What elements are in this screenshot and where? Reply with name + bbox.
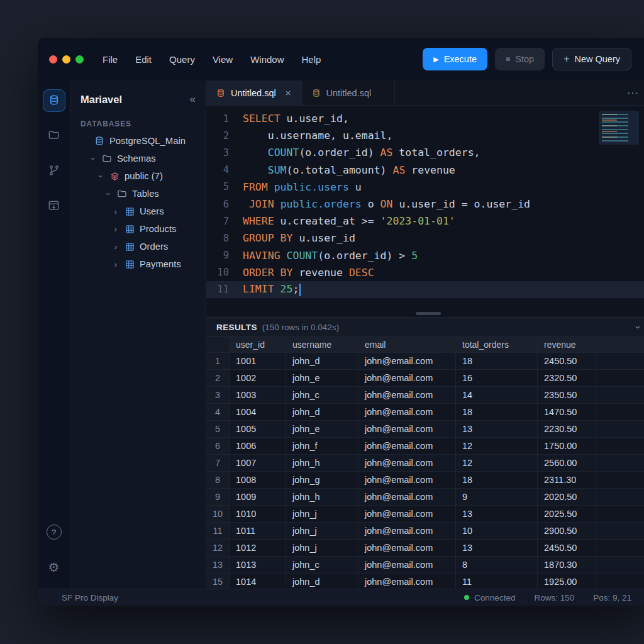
table-cell[interactable]: john_h bbox=[286, 455, 358, 471]
row-number-cell[interactable]: 4 bbox=[206, 404, 230, 420]
chevron-right-icon[interactable]: › bbox=[112, 207, 119, 216]
menu-item-view[interactable]: View bbox=[213, 54, 233, 65]
chevron-right-icon[interactable]: › bbox=[112, 242, 119, 252]
chevron-down-icon[interactable]: › bbox=[96, 172, 106, 180]
table-cell[interactable]: 1011 bbox=[230, 523, 286, 539]
code-line-9[interactable]: 9HAVING COUNT(o.order_id) > 5 bbox=[206, 247, 644, 264]
table-cell[interactable]: 11 bbox=[456, 574, 538, 589]
table-cell[interactable]: john_d bbox=[286, 353, 358, 369]
menu-item-edit[interactable]: Edit bbox=[135, 54, 152, 65]
table-cell[interactable]: 1001 bbox=[230, 353, 286, 369]
table-row[interactable]: 61006john_fjohn@email.com121750.00 bbox=[206, 438, 644, 455]
table-row[interactable]: 131013john_cjohn@email.com81870.30 bbox=[206, 557, 644, 574]
table-cell[interactable]: john@email.com bbox=[358, 438, 456, 454]
row-number-cell[interactable]: 7 bbox=[206, 455, 230, 471]
table-cell[interactable]: 2311.30 bbox=[538, 472, 596, 488]
table-cell[interactable]: 2230.50 bbox=[538, 421, 596, 437]
code-line-11[interactable]: 11LIMIT 25; bbox=[206, 281, 644, 298]
more-options-icon[interactable]: ··· bbox=[616, 80, 644, 105]
table-cell[interactable]: 12 bbox=[456, 455, 538, 471]
tree-item-products[interactable]: ›Products bbox=[70, 220, 206, 238]
table-cell[interactable]: john@email.com bbox=[358, 489, 456, 505]
row-number-cell[interactable]: 8 bbox=[206, 472, 230, 488]
row-number-cell[interactable]: 13 bbox=[206, 557, 230, 573]
tree-item-public-7[interactable]: ›public (7) bbox=[70, 167, 206, 185]
rail-export-button[interactable] bbox=[43, 195, 65, 218]
table-cell[interactable]: john@email.com bbox=[358, 421, 456, 437]
menu-item-file[interactable]: File bbox=[103, 54, 118, 65]
code-line-1[interactable]: 1SELECT u.user_id, bbox=[206, 110, 644, 127]
table-cell[interactable]: john_d bbox=[286, 574, 358, 589]
table-cell[interactable]: 2450.50 bbox=[538, 540, 596, 556]
table-cell[interactable]: 1002 bbox=[230, 370, 286, 386]
table-row[interactable]: 101010john_jjohn@email.com132025.50 bbox=[206, 506, 644, 523]
table-cell[interactable]: 13 bbox=[456, 540, 538, 556]
table-row[interactable]: 41004john_djohn@email.com181470.50 bbox=[206, 404, 644, 421]
table-cell[interactable]: john@email.com bbox=[358, 353, 456, 369]
table-cell[interactable]: 1003 bbox=[230, 387, 286, 403]
table-cell[interactable]: 8 bbox=[456, 557, 538, 573]
tree-item-tables[interactable]: ›Tables bbox=[70, 185, 206, 203]
tree-item-payments[interactable]: ›Payments bbox=[70, 255, 206, 273]
code-line-2[interactable]: 2 u.username, u.email, bbox=[206, 127, 644, 144]
table-cell[interactable]: john_d bbox=[286, 404, 358, 420]
menu-item-query[interactable]: Query bbox=[169, 54, 195, 65]
table-cell[interactable]: 16 bbox=[456, 370, 538, 386]
row-number-header[interactable] bbox=[206, 337, 230, 352]
table-cell[interactable]: john_c bbox=[286, 557, 358, 573]
table-row[interactable]: 31003john_cjohn@email.com142350.50 bbox=[206, 387, 644, 404]
code-line-4[interactable]: 4 SUM(o.total_amount) AS revenue bbox=[206, 162, 644, 179]
table-cell[interactable]: 1007 bbox=[230, 455, 286, 471]
rail-help-button[interactable]: ? bbox=[43, 521, 65, 543]
chevron-down-icon[interactable]: › bbox=[89, 155, 98, 162]
table-row[interactable]: 91009john_hjohn@email.com92020.50 bbox=[206, 489, 644, 506]
row-number-cell[interactable]: 2 bbox=[206, 370, 230, 386]
table-cell[interactable]: 10 bbox=[456, 523, 538, 539]
table-row[interactable]: 51005john_ejohn@email.com132230.50 bbox=[206, 421, 644, 438]
table-cell[interactable]: 14 bbox=[456, 387, 538, 403]
table-cell[interactable]: 1009 bbox=[230, 489, 286, 505]
table-cell[interactable]: 2900.50 bbox=[538, 523, 596, 539]
table-cell[interactable]: john_c bbox=[286, 387, 358, 403]
table-cell[interactable]: john@email.com bbox=[358, 557, 456, 573]
column-header-username[interactable]: username bbox=[286, 337, 358, 352]
table-cell[interactable]: 18 bbox=[456, 353, 538, 369]
table-cell[interactable]: john@email.com bbox=[358, 540, 456, 556]
row-number-cell[interactable]: 15 bbox=[206, 574, 230, 589]
row-number-cell[interactable]: 12 bbox=[206, 540, 230, 556]
code-line-8[interactable]: 8GROUP BY u.user_id bbox=[206, 230, 644, 247]
table-row[interactable]: 81008john_gjohn@email.com182311.30 bbox=[206, 472, 644, 489]
menu-item-help[interactable]: Help bbox=[302, 54, 321, 65]
tab-1[interactable]: Untitled.sql× bbox=[206, 80, 302, 105]
table-cell[interactable]: 2450.50 bbox=[538, 353, 596, 369]
row-number-cell[interactable]: 1 bbox=[206, 353, 230, 369]
table-cell[interactable]: john@email.com bbox=[358, 506, 456, 522]
splitter-grip[interactable] bbox=[416, 312, 441, 315]
table-cell[interactable]: john_h bbox=[286, 489, 358, 505]
table-cell[interactable]: john_j bbox=[286, 506, 358, 522]
minimap[interactable] bbox=[599, 111, 639, 145]
menu-item-window[interactable]: Window bbox=[250, 54, 284, 65]
table-cell[interactable]: 1008 bbox=[230, 472, 286, 488]
table-cell[interactable]: john@email.com bbox=[358, 523, 456, 539]
row-number-cell[interactable]: 5 bbox=[206, 421, 230, 437]
table-cell[interactable]: 1004 bbox=[230, 404, 286, 420]
table-cell[interactable]: john_f bbox=[286, 438, 358, 454]
table-cell[interactable]: 18 bbox=[456, 404, 538, 420]
table-row[interactable]: 11001john_djohn@email.com182450.50 bbox=[206, 353, 644, 370]
table-row[interactable]: 111011john_jjohn@email.com102900.50 bbox=[206, 523, 644, 540]
tree-item-postgresql-main[interactable]: PostgreSQL_Main bbox=[70, 132, 206, 150]
table-cell[interactable]: 1470.50 bbox=[538, 404, 596, 420]
code-line-7[interactable]: 7WHERE u.created_at >= '2023-01-01' bbox=[206, 213, 644, 230]
tab-2[interactable]: Untitled.sql bbox=[302, 80, 395, 105]
table-cell[interactable]: john_g bbox=[286, 472, 358, 488]
table-cell[interactable]: john_j bbox=[286, 540, 358, 556]
table-cell[interactable]: john@email.com bbox=[358, 404, 456, 420]
row-number-cell[interactable]: 10 bbox=[206, 506, 230, 522]
column-header-total-orders[interactable]: total_orders bbox=[456, 337, 538, 352]
panel-splitter[interactable] bbox=[206, 309, 644, 317]
code-line-3[interactable]: 3 COUNT(o.order_id) AS total_orders, bbox=[206, 144, 644, 161]
execute-button[interactable]: ▶ Execute bbox=[423, 48, 487, 70]
stop-button[interactable]: ■ Stop bbox=[495, 48, 545, 70]
row-number-cell[interactable]: 6 bbox=[206, 438, 230, 454]
